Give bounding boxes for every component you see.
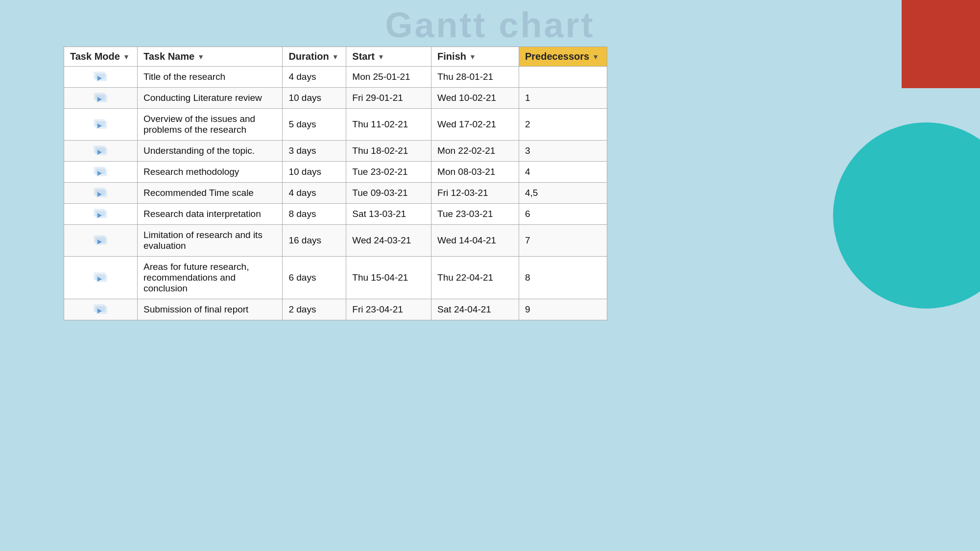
table-row: Areas for future research, recommendatio…	[64, 257, 607, 299]
task-mode-icon	[70, 235, 131, 246]
task-name-cell: Submission of final report	[137, 299, 282, 320]
duration-dropdown-arrow[interactable]: ▼	[332, 53, 339, 61]
table-row: Title of the research4 daysMon 25-01-21T…	[64, 67, 607, 88]
task-name-cell: Research methodology	[137, 162, 282, 183]
task-name-cell: Research data interpretation	[137, 204, 282, 225]
predecessors-cell: 2	[519, 109, 607, 141]
task-mode-cell	[64, 109, 138, 141]
duration-cell: 10 days	[283, 162, 346, 183]
start-cell: Tue 23-02-21	[346, 162, 431, 183]
finish-cell: Wed 14-04-21	[431, 225, 519, 257]
predecessors-cell: 9	[519, 299, 607, 320]
task-mode-cell	[64, 257, 138, 299]
finish-cell: Thu 28-01-21	[431, 67, 519, 88]
task-name-cell: Areas for future research, recommendatio…	[137, 257, 282, 299]
taskname-dropdown-arrow[interactable]: ▼	[197, 53, 204, 61]
task-mode-cell	[64, 183, 138, 204]
duration-cell: 8 days	[283, 204, 346, 225]
start-cell: Thu 18-02-21	[346, 141, 431, 162]
task-mode-cell	[64, 299, 138, 320]
table-row: Research methodology10 daysTue 23-02-21M…	[64, 162, 607, 183]
table-row: Submission of final report2 daysFri 23-0…	[64, 299, 607, 320]
task-name-cell: Understanding of the topic.	[137, 141, 282, 162]
start-cell: Wed 24-03-21	[346, 225, 431, 257]
col-header-start[interactable]: Start ▼	[346, 47, 431, 67]
col-taskmode-label: Task Mode	[70, 51, 120, 62]
teal-decoration	[833, 122, 980, 309]
col-header-predecessors[interactable]: Predecessors ▼	[519, 47, 607, 67]
start-cell: Thu 11-02-21	[346, 109, 431, 141]
duration-cell: 16 days	[283, 225, 346, 257]
task-name-cell: Overview of the issues and problems of t…	[137, 109, 282, 141]
col-finish-label: Finish	[437, 51, 466, 62]
start-cell: Fri 23-04-21	[346, 299, 431, 320]
duration-cell: 4 days	[283, 183, 346, 204]
task-mode-icon	[70, 304, 131, 315]
col-header-duration[interactable]: Duration ▼	[283, 47, 346, 67]
task-mode-icon	[70, 145, 131, 156]
duration-cell: 10 days	[283, 88, 346, 109]
col-header-taskmode[interactable]: Task Mode ▼	[64, 47, 138, 67]
red-decoration	[902, 0, 980, 88]
col-predecessors-label: Predecessors	[525, 51, 589, 62]
predecessors-cell: 6	[519, 204, 607, 225]
task-mode-icon	[70, 72, 131, 82]
predecessors-cell: 4	[519, 162, 607, 183]
finish-cell: Sat 24-04-21	[431, 299, 519, 320]
predecessors-cell: 8	[519, 257, 607, 299]
finish-cell: Wed 10-02-21	[431, 88, 519, 109]
predecessors-cell: 3	[519, 141, 607, 162]
task-mode-icon	[70, 272, 131, 283]
col-header-finish[interactable]: Finish ▼	[431, 47, 519, 67]
finish-cell: Mon 22-02-21	[431, 141, 519, 162]
table-header-row: Task Mode ▼ Task Name ▼ Duration ▼	[64, 47, 607, 67]
task-mode-cell	[64, 67, 138, 88]
task-mode-icon	[70, 167, 131, 177]
duration-cell: 6 days	[283, 257, 346, 299]
col-header-taskname[interactable]: Task Name ▼	[137, 47, 282, 67]
predecessors-cell: 1	[519, 88, 607, 109]
table-row: Research data interpretation8 daysSat 13…	[64, 204, 607, 225]
duration-cell: 2 days	[283, 299, 346, 320]
task-name-cell: Recommended Time scale	[137, 183, 282, 204]
predecessors-dropdown-arrow[interactable]: ▼	[592, 53, 599, 61]
task-mode-icon	[70, 119, 131, 130]
gantt-table: Task Mode ▼ Task Name ▼ Duration ▼	[64, 47, 607, 320]
task-mode-cell	[64, 225, 138, 257]
start-cell: Fri 29-01-21	[346, 88, 431, 109]
task-name-cell: Conducting Literature review	[137, 88, 282, 109]
duration-cell: 4 days	[283, 67, 346, 88]
col-duration-label: Duration	[288, 51, 329, 62]
page-title: Gantt chart	[0, 0, 980, 45]
col-start-label: Start	[352, 51, 375, 62]
task-mode-cell	[64, 88, 138, 109]
table-row: Limitation of research and its evaluatio…	[64, 225, 607, 257]
finish-cell: Thu 22-04-21	[431, 257, 519, 299]
duration-cell: 5 days	[283, 109, 346, 141]
table-row: Recommended Time scale4 daysTue 09-03-21…	[64, 183, 607, 204]
task-mode-cell	[64, 141, 138, 162]
table-row: Conducting Literature review10 daysFri 2…	[64, 88, 607, 109]
task-name-cell: Limitation of research and its evaluatio…	[137, 225, 282, 257]
task-mode-icon	[70, 209, 131, 219]
task-mode-cell	[64, 204, 138, 225]
task-mode-icon	[70, 188, 131, 198]
taskmode-dropdown-arrow[interactable]: ▼	[123, 53, 130, 61]
start-cell: Thu 15-04-21	[346, 257, 431, 299]
finish-cell: Wed 17-02-21	[431, 109, 519, 141]
finish-cell: Tue 23-03-21	[431, 204, 519, 225]
table-row: Understanding of the topic.3 daysThu 18-…	[64, 141, 607, 162]
finish-cell: Mon 08-03-21	[431, 162, 519, 183]
start-cell: Sat 13-03-21	[346, 204, 431, 225]
table-row: Overview of the issues and problems of t…	[64, 109, 607, 141]
task-mode-cell	[64, 162, 138, 183]
predecessors-cell	[519, 67, 607, 88]
finish-dropdown-arrow[interactable]: ▼	[469, 53, 476, 61]
start-cell: Tue 09-03-21	[346, 183, 431, 204]
finish-cell: Fri 12-03-21	[431, 183, 519, 204]
predecessors-cell: 7	[519, 225, 607, 257]
start-dropdown-arrow[interactable]: ▼	[378, 53, 384, 61]
gantt-table-container: Task Mode ▼ Task Name ▼ Duration ▼	[64, 47, 607, 320]
duration-cell: 3 days	[283, 141, 346, 162]
task-name-cell: Title of the research	[137, 67, 282, 88]
